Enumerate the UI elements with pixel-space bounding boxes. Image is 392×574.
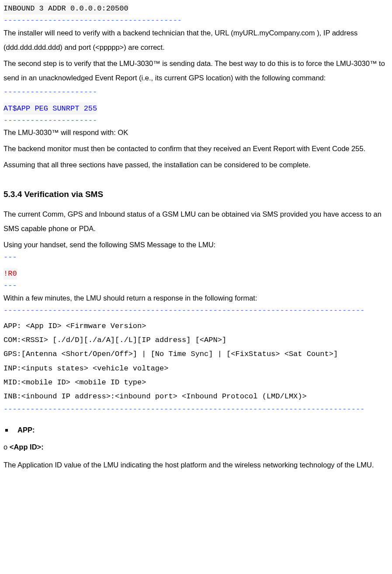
paragraph-response-intro: Within a few minutes, the LMU should ret… <box>3 291 389 305</box>
bullet-app-label: APP: <box>17 423 35 437</box>
response-line-app: APP: <App ID> <Firmware Version> <box>3 322 146 330</box>
dashed-separator: --- <box>3 252 389 263</box>
response-line-gps: GPS:[Antenna <Short/Open/Off>] | [No Tim… <box>3 350 338 358</box>
inbound-code-line: INBOUND 3 ADDR 0.0.0.0:20500 <box>3 3 128 14</box>
dashed-separator: --- <box>3 280 389 291</box>
response-format-block: APP: <App ID> <Firmware Version> COM:<RS… <box>3 319 389 404</box>
dashed-separator-long: ----------------------------------------… <box>3 305 389 316</box>
paragraph-send-sms: Using your handset, send the following S… <box>3 238 389 252</box>
response-line-mid: MID:<mobile ID> <mobile ID type> <box>3 378 146 387</box>
paragraph-complete: Assuming that all three sections have pa… <box>3 158 389 172</box>
paragraph-app-id-desc: The Application ID value of the LMU indi… <box>3 458 389 472</box>
paragraph-respond-ok: The LMU-3030™ will respond with: OK <box>3 125 389 140</box>
paragraph-backend-confirm: The backend monitor must then be contact… <box>3 142 389 156</box>
command-sunrpt: AT$APP PEG SUNRPT 255 <box>3 103 97 114</box>
bullet-app: APP: <box>3 423 389 437</box>
o-marker: o <box>3 443 10 451</box>
paragraph-second-step: The second step is to verify that the LM… <box>3 56 389 85</box>
dashed-separator: ---------------------------------------- <box>3 15 389 26</box>
response-line-inp: INP:<inputs states> <vehicle voltage> <box>3 364 168 373</box>
dashed-separator: --------------------- <box>3 115 389 126</box>
paragraph-verify-url: The installer will need to verify with a… <box>3 26 389 55</box>
dashed-separator: --------------------- <box>3 87 389 97</box>
sms-command-r0: !R0 <box>3 268 17 280</box>
sub-app-id-label: <App ID>: <box>10 443 44 451</box>
heading-verification-sms: 5.3.4 Verification via SMS <box>3 186 389 203</box>
square-bullet-icon <box>5 429 8 432</box>
response-line-com: COM:<RSSI> [./d/D][./a/A][./L][IP addres… <box>3 336 226 344</box>
paragraph-sms-intro: The current Comm, GPS and Inbound status… <box>3 207 389 236</box>
dashed-separator-long: ----------------------------------------… <box>3 404 389 415</box>
sub-item-app-id: o <App ID>: <box>3 440 389 454</box>
response-line-inb: INB:<inbound IP address>:<inbound port> … <box>3 392 307 401</box>
